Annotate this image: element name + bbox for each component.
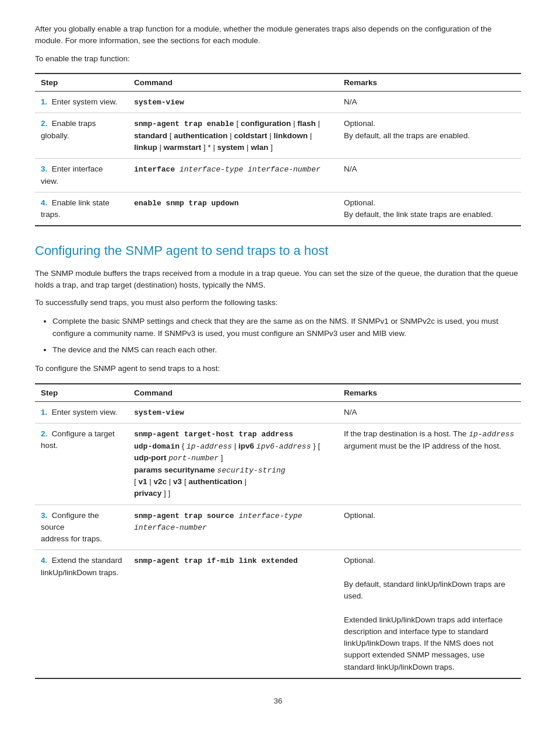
command-bold: system-view bbox=[134, 408, 184, 417]
section2-bullet-list: Complete the basic SNMP settings and che… bbox=[52, 315, 521, 356]
remarks-cell: Optional.By default, the link state trap… bbox=[338, 192, 521, 226]
step-label: Enter system view. bbox=[52, 408, 118, 416]
page-number: 36 bbox=[273, 696, 282, 705]
step-label: Enable traps globally. bbox=[41, 119, 96, 139]
table-row: 2. Enable traps globally. snmp-agent tra… bbox=[35, 113, 521, 159]
remarks-cell: Optional.By default, all the traps are e… bbox=[338, 113, 521, 159]
table2-header-command: Command bbox=[128, 384, 338, 402]
command-bold: interface bbox=[134, 165, 175, 174]
command-cell: snmp-agent trap enable [ configuration |… bbox=[128, 113, 338, 159]
step-label: Extend the standardlinkUp/linkDown traps… bbox=[41, 556, 122, 576]
step-cell: 4. Extend the standardlinkUp/linkDown tr… bbox=[35, 550, 128, 678]
command-bold: system-view bbox=[134, 98, 184, 107]
command-cell: system-view bbox=[128, 91, 338, 113]
step-label: Configure a target host. bbox=[41, 429, 115, 450]
step-cell: 3. Enter interface view. bbox=[35, 159, 128, 192]
step-number: 3. bbox=[41, 164, 47, 173]
section2-para3: To configure the SNMP agent to send trap… bbox=[35, 363, 521, 374]
intro-para1: After you globally enable a trap functio… bbox=[35, 23, 521, 47]
command-cell: snmp-agent trap if-mib link extended bbox=[128, 550, 338, 678]
command-cell: interface interface-type interface-numbe… bbox=[128, 159, 338, 192]
command-cell: snmp-agent trap source interface-typeint… bbox=[128, 505, 338, 550]
list-item: The device and the NMS can reach each ot… bbox=[52, 344, 521, 356]
table-row: 3. Enter interface view. interface inter… bbox=[35, 159, 521, 192]
command-cell: system-view bbox=[128, 401, 338, 424]
step-cell: 2. Configure a target host. bbox=[35, 424, 128, 505]
step-number: 4. bbox=[41, 198, 47, 207]
command-bold: snmp-agent trap enable bbox=[134, 120, 234, 128]
list-item: Complete the basic SNMP settings and che… bbox=[52, 315, 521, 340]
table-row: 1. Enter system view. system-view N/A bbox=[35, 91, 521, 113]
remarks-cell: Optional. bbox=[338, 505, 521, 550]
step-label: Configure the sourceaddress for traps. bbox=[41, 511, 102, 544]
table-row: 3. Configure the sourceaddress for traps… bbox=[35, 505, 521, 550]
command-cell: enable snmp trap updown bbox=[128, 192, 338, 226]
section2-para1: The SNMP module buffers the traps receiv… bbox=[35, 268, 521, 292]
table-row: 4. Enable link statetraps. enable snmp t… bbox=[35, 192, 521, 226]
section2-heading: Configuring the SNMP agent to send traps… bbox=[35, 243, 521, 260]
table1-header-step: Step bbox=[35, 74, 128, 92]
step-label: Enter system view. bbox=[52, 97, 118, 106]
step-number: 2. bbox=[41, 119, 47, 128]
page-footer: 36 bbox=[35, 696, 521, 705]
command-bold: enable snmp trap updown bbox=[134, 199, 238, 208]
step-cell: 4. Enable link statetraps. bbox=[35, 192, 128, 226]
send-traps-table: Step Command Remarks 1. Enter system vie… bbox=[35, 383, 521, 679]
step-number: 1. bbox=[41, 408, 47, 416]
step-label: Enter interface view. bbox=[41, 164, 103, 185]
step-cell: 3. Configure the sourceaddress for traps… bbox=[35, 505, 128, 550]
step-number: 2. bbox=[41, 429, 47, 438]
remarks-cell: If the trap destination is a host. The i… bbox=[338, 424, 521, 505]
step-number: 4. bbox=[41, 556, 47, 565]
table2-header-step: Step bbox=[35, 384, 128, 402]
section2-para2: To successfully send traps, you must als… bbox=[35, 297, 521, 309]
command-cell: snmp-agent target-host trap addressudp-d… bbox=[128, 424, 338, 505]
table-row: 2. Configure a target host. snmp-agent t… bbox=[35, 424, 521, 505]
step-number: 3. bbox=[41, 511, 47, 520]
step-cell: 2. Enable traps globally. bbox=[35, 113, 128, 159]
command-italic: interface-type interface-number bbox=[175, 165, 321, 174]
table2-header-remarks: Remarks bbox=[338, 384, 521, 402]
table-row: 4. Extend the standardlinkUp/linkDown tr… bbox=[35, 550, 521, 678]
intro-para2: To enable the trap function: bbox=[35, 53, 521, 65]
table1-header-remarks: Remarks bbox=[338, 74, 521, 92]
step-cell: 1. Enter system view. bbox=[35, 401, 128, 424]
table-row: 1. Enter system view. system-view N/A bbox=[35, 401, 521, 424]
enable-trap-table: Step Command Remarks 1. Enter system vie… bbox=[35, 73, 521, 227]
remarks-cell: N/A bbox=[338, 159, 521, 192]
remarks-cell: N/A bbox=[338, 91, 521, 113]
step-number: 1. bbox=[41, 97, 47, 106]
remarks-cell: Optional.By default, standard linkUp/lin… bbox=[338, 550, 521, 678]
step-cell: 1. Enter system view. bbox=[35, 91, 128, 113]
remarks-cell: N/A bbox=[338, 401, 521, 424]
command-bold: snmp-agent trap if-mib link extended bbox=[134, 556, 298, 565]
command-bold: snmp-agent trap source bbox=[134, 512, 234, 520]
table1-header-command: Command bbox=[128, 74, 338, 92]
step-label: Enable link statetraps. bbox=[41, 198, 110, 219]
